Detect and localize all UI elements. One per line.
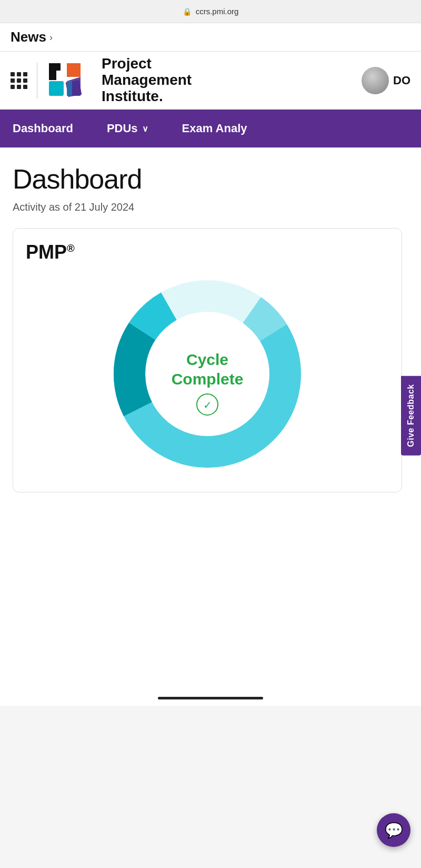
main-content: Dashboard Activity as of 21 July 2024 PM… — [0, 147, 421, 674]
pdus-chevron-icon: ∨ — [142, 124, 148, 134]
lock-icon: 🔒 — [183, 7, 192, 16]
nav-item-pdus[interactable]: PDUs ∨ — [90, 110, 165, 147]
pmi-logo-text: Project Management Institute. — [102, 56, 192, 104]
activity-date: Activity as of 21 July 2024 — [13, 201, 408, 213]
chat-button[interactable]: 💬 — [377, 813, 410, 847]
pmp-card: PMP® — [13, 228, 402, 492]
page-title: Dashboard — [13, 163, 408, 195]
header-divider — [37, 62, 37, 99]
chat-icon: 💬 — [385, 822, 403, 839]
donut-chart-container: Cycle Complete ✓ — [26, 274, 389, 474]
nav-bar: Dashboard PDUs ∨ Exam Analy — [0, 110, 421, 147]
grid-menu-icon[interactable] — [11, 72, 27, 89]
donut-chart: Cycle Complete ✓ — [107, 274, 307, 474]
svg-rect-7 — [67, 81, 72, 96]
svg-rect-2 — [56, 63, 61, 67]
url-display[interactable]: ccrs.pmi.org — [196, 7, 239, 16]
feedback-wrapper[interactable]: Give Feedback — [401, 376, 421, 457]
pmp-card-title: PMP® — [26, 241, 389, 263]
svg-text:Complete: Complete — [172, 370, 244, 388]
breadcrumb-bar: News › — [0, 23, 421, 52]
svg-marker-3 — [67, 63, 81, 77]
svg-text:✓: ✓ — [203, 399, 212, 411]
breadcrumb-chevron-icon: › — [49, 32, 53, 43]
pmi-logo[interactable]: Project Management Institute. — [48, 56, 356, 104]
nav-item-exam-analysis[interactable]: Exam Analy — [165, 110, 264, 147]
breadcrumb-news[interactable]: News — [11, 29, 46, 45]
pmi-logo-mark — [48, 62, 95, 99]
site-header: Project Management Institute. DO — [0, 52, 421, 110]
scroll-indicator — [158, 697, 263, 699]
svg-rect-4 — [49, 81, 64, 96]
browser-bar: 🔒 ccrs.pmi.org — [0, 0, 421, 23]
user-initials: DO — [393, 74, 410, 87]
svg-text:Cycle: Cycle — [186, 351, 228, 368]
user-area[interactable]: DO — [362, 67, 410, 94]
feedback-button[interactable]: Give Feedback — [401, 376, 421, 455]
nav-item-dashboard[interactable]: Dashboard — [0, 110, 90, 147]
avatar[interactable] — [362, 67, 389, 94]
